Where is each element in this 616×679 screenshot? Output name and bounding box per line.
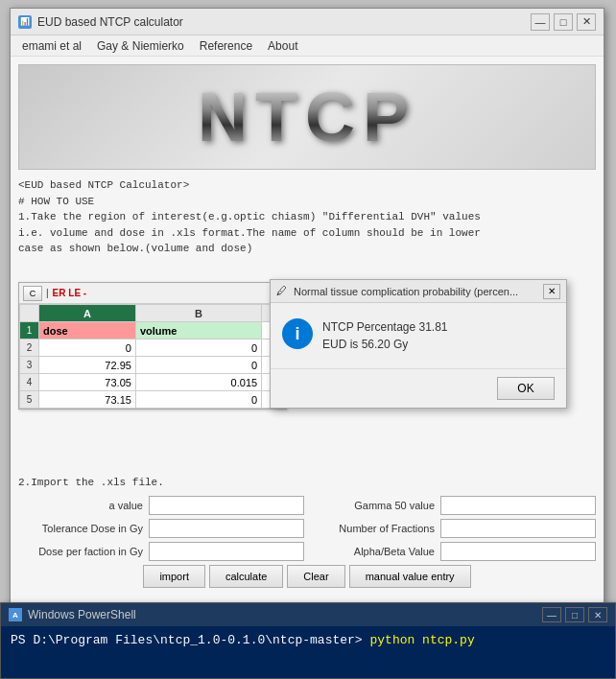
menu-reference[interactable]: Reference: [192, 37, 260, 55]
menu-about[interactable]: About: [260, 37, 305, 55]
dialog-message-line2: EUD is 56.20 Gy: [322, 336, 448, 353]
app-title: EUD based NTCP calculator: [37, 15, 183, 29]
input-gamma50[interactable]: [440, 496, 596, 515]
instruction-line3: 1.Take the region of interest(e.g.optic …: [18, 209, 596, 225]
row-number: 5: [20, 391, 39, 409]
label-gamma50: Gamma 50 value: [310, 500, 435, 511]
ps-maximize-button[interactable]: □: [565, 607, 584, 622]
input-alpha-beta[interactable]: [440, 542, 596, 561]
row-num-header: [20, 305, 39, 322]
action-row: import calculate Clear manual value entr…: [18, 565, 596, 588]
row-number: 3: [20, 357, 39, 374]
minimize-button[interactable]: —: [531, 13, 550, 31]
label-num-fractions: Number of Fractions: [310, 523, 435, 534]
label-tolerance-dose: Tolerance Dose in Gy: [18, 523, 143, 534]
row-number: 2: [20, 340, 39, 357]
ps-title-bar: A Windows PowerShell — □ ✕: [1, 603, 615, 626]
cell-col-a[interactable]: 0: [39, 340, 136, 357]
spreadsheet-area: C | ER LE - A B C 1dosevolume200372.9504…: [18, 282, 287, 410]
form-row-1: a value Gamma 50 value: [18, 496, 596, 515]
instruction-line2: # HOW TO USE: [18, 194, 596, 210]
row-number: 4: [20, 374, 39, 391]
menu-emami[interactable]: emami et al: [14, 37, 89, 55]
title-bar-left: 📊 EUD based NTCP calculator: [18, 15, 183, 29]
table-row[interactable]: 573.150: [20, 391, 286, 409]
table-row[interactable]: 473.050.015: [20, 374, 286, 391]
instruction-line1: <EUD based NTCP Calculator>: [18, 177, 596, 194]
col-a-header[interactable]: A: [39, 305, 136, 322]
ok-button[interactable]: OK: [497, 377, 555, 400]
main-window: 📊 EUD based NTCP calculator — □ ✕ emami …: [10, 8, 604, 621]
form-row-3: Dose per faction in Gy Alpha/Beta Value: [18, 542, 596, 561]
table-row[interactable]: 372.950: [20, 357, 286, 374]
title-bar-buttons: — □ ✕: [531, 13, 596, 31]
dialog-content: i NTCP Percentage 31.81 EUD is 56.20 Gy: [271, 303, 566, 368]
cell-col-a[interactable]: dose: [39, 322, 136, 340]
dialog-footer: OK: [271, 368, 566, 408]
menu-bar: emami et al Gay & Niemierko Reference Ab…: [11, 35, 604, 57]
cell-col-a[interactable]: 72.95: [39, 357, 136, 374]
dialog-message: NTCP Percentage 31.81 EUD is 56.20 Gy: [322, 318, 448, 353]
ps-content: PS D:\Program Files\ntcp_1.0-0.1.0\ntcp-…: [1, 626, 615, 655]
toolbar-separator: |: [46, 288, 49, 298]
manual-value-button[interactable]: manual value entry: [349, 565, 471, 588]
title-bar: 📊 EUD based NTCP calculator — □ ✕: [11, 9, 604, 35]
toolbar-label: ER LE -: [53, 288, 87, 298]
input-tolerance-dose[interactable]: [149, 519, 304, 538]
input-num-fractions[interactable]: [440, 519, 596, 538]
close-button[interactable]: ✕: [577, 13, 596, 31]
ps-icon: A: [9, 608, 22, 621]
input-dose-per-faction[interactable]: [149, 542, 304, 561]
info-icon: i: [282, 318, 313, 349]
cell-col-a[interactable]: 73.05: [39, 374, 136, 391]
cell-col-b[interactable]: volume: [135, 322, 261, 340]
col-b-header[interactable]: B: [135, 305, 261, 322]
cell-col-b[interactable]: 0: [135, 391, 261, 409]
ps-minimize-button[interactable]: —: [542, 607, 561, 622]
clear-button[interactable]: Clear: [287, 565, 344, 588]
toolbar-btn-1[interactable]: C: [23, 286, 42, 301]
import-text: 2.Import the .xls file.: [18, 477, 164, 488]
form-area: a value Gamma 50 value Tolerance Dose in…: [18, 496, 596, 588]
ps-prompt: PS D:\Program Files\ntcp_1.0-0.1.0\ntcp-…: [11, 633, 363, 647]
excel-table: A B C 1dosevolume200372.950473.050.01557…: [19, 304, 286, 409]
ps-command: python ntcp.py: [363, 633, 475, 647]
calculate-button[interactable]: calculate: [209, 565, 283, 588]
label-a-value: a value: [18, 500, 143, 511]
dialog-title: Normal tissue complication probability (…: [294, 286, 543, 297]
instructions: <EUD based NTCP Calculator> # HOW TO USE…: [18, 177, 596, 257]
table-toolbar: C | ER LE -: [19, 283, 286, 304]
cell-col-b[interactable]: 0: [135, 357, 261, 374]
maximize-button[interactable]: □: [554, 13, 573, 31]
ps-title-left: A Windows PowerShell: [9, 608, 136, 621]
ps-close-button[interactable]: ✕: [588, 607, 607, 622]
cell-col-b[interactable]: 0.015: [135, 374, 261, 391]
table-row[interactable]: 1dosevolume: [20, 322, 286, 340]
label-dose-per-faction: Dose per faction in Gy: [18, 546, 143, 557]
powershell-window: A Windows PowerShell — □ ✕ PS D:\Program…: [0, 602, 616, 679]
instruction-line4: i.e. volume and dose in .xls format.The …: [18, 225, 596, 242]
row-number: 1: [20, 322, 39, 340]
input-a-value[interactable]: [149, 496, 304, 515]
table-row[interactable]: 200: [20, 340, 286, 357]
import-button[interactable]: import: [143, 565, 205, 588]
dialog-feather-icon: 🖊: [276, 285, 290, 298]
cell-col-a[interactable]: 73.15: [39, 391, 136, 409]
cell-col-b[interactable]: 0: [135, 340, 261, 357]
menu-gay[interactable]: Gay & Niemierko: [89, 37, 192, 55]
ps-buttons: — □ ✕: [542, 607, 607, 622]
dialog-message-line1: NTCP Percentage 31.81: [322, 318, 448, 336]
ps-title-text: Windows PowerShell: [28, 608, 136, 621]
dialog-box: 🖊 Normal tissue complication probability…: [270, 279, 567, 409]
content-area: NTCP <EUD based NTCP Calculator> # HOW T…: [11, 57, 604, 620]
form-row-2: Tolerance Dose in Gy Number of Fractions: [18, 519, 596, 538]
label-alpha-beta: Alpha/Beta Value: [310, 546, 435, 557]
dialog-close-button[interactable]: ✕: [543, 284, 560, 299]
app-icon: 📊: [18, 15, 32, 29]
dialog-title-bar: 🖊 Normal tissue complication probability…: [271, 280, 566, 303]
logo-banner: NTCP: [18, 64, 596, 170]
instruction-line5: case as shown below.(volume and dose): [18, 241, 596, 257]
ntcp-logo: NTCP: [198, 78, 416, 156]
